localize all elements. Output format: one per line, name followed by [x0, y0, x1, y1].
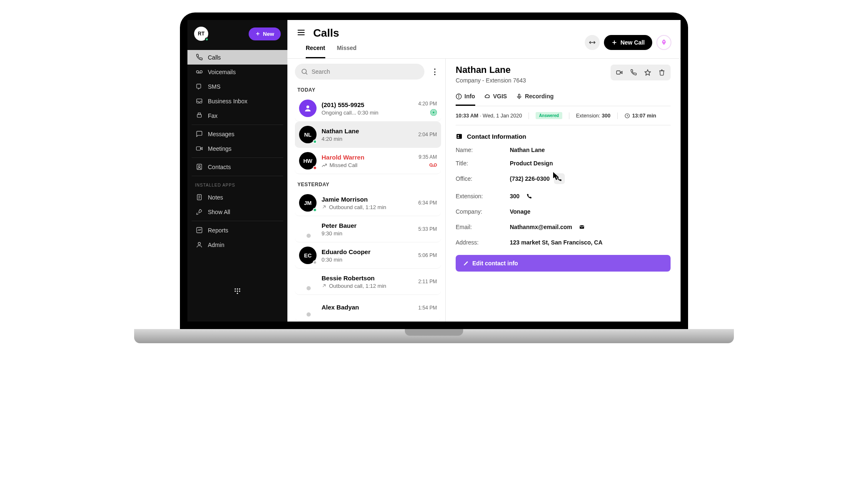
call-name: Alex Badyan: [322, 304, 413, 311]
mail-icon: [579, 224, 585, 230]
detail-tabs: Info VGIS Recording: [456, 89, 611, 106]
call-row[interactable]: ECEduardo Cooper0:30 min5:06 PM: [295, 242, 441, 269]
call-row[interactable]: JMJamie MorrisonOutbound call, 1:12 min6…: [295, 190, 441, 216]
clock-icon: [624, 113, 630, 119]
call-meta: 9:35 AM: [419, 154, 437, 167]
status-badge: Answered: [536, 112, 562, 119]
ci-email: Email: Nathanmx@email.com: [456, 218, 671, 236]
detail-tab-vgis[interactable]: VGIS: [484, 89, 507, 106]
svg-line-39: [323, 206, 325, 208]
call-sub: 0:30 min: [322, 257, 413, 263]
nav-item-fax[interactable]: Fax: [192, 108, 283, 123]
reports-icon: [196, 227, 203, 234]
tab-missed[interactable]: Missed: [337, 40, 357, 58]
nav-item-contacts[interactable]: Contacts: [192, 160, 283, 174]
nav-label: SMS: [208, 83, 220, 90]
nav-label: Fax: [208, 112, 217, 119]
call-row[interactable]: HWHarold WarrenMissed Call9:35 AM: [295, 148, 441, 174]
edit-contact-button[interactable]: Edit contact info: [456, 255, 671, 272]
live-icon: [430, 109, 437, 116]
action-call[interactable]: [626, 66, 641, 79]
action-delete[interactable]: [655, 66, 669, 79]
transfer-button[interactable]: [585, 35, 600, 50]
nav-item-business-inbox[interactable]: Business Inbox: [192, 94, 283, 108]
call-body: Bessie RobertsonOutbound call, 1:12 min: [322, 274, 413, 289]
new-button[interactable]: New: [249, 27, 281, 40]
user-avatar[interactable]: RT: [194, 27, 208, 41]
list-more-button[interactable]: ⋮: [429, 69, 441, 74]
presence-dot-icon: [205, 37, 209, 41]
detail-pane: Nathan Lane Company - Extension 7643 Inf…: [446, 59, 681, 322]
video-icon: [616, 69, 623, 76]
plus-icon: [255, 31, 260, 36]
nav-label: Contacts: [208, 164, 231, 170]
launch-button[interactable]: [656, 35, 671, 50]
svg-line-40: [323, 284, 325, 287]
call-row[interactable]: Peter Bauer9:30 min5:33 PM: [295, 216, 441, 242]
call-time: 4:20 PM: [418, 101, 437, 107]
svg-rect-6: [197, 99, 202, 103]
action-video[interactable]: [612, 66, 626, 79]
svg-rect-9: [196, 147, 200, 150]
page-title: Calls: [313, 27, 339, 40]
main-header: Calls Recent Missed New Call: [287, 20, 681, 59]
nav-item-messages[interactable]: Messages: [192, 127, 283, 141]
new-call-label: New Call: [621, 39, 645, 46]
call-row[interactable]: (201) 555-9925Ongoing call... 0:30 min4:…: [295, 95, 441, 122]
plus-icon: [611, 40, 617, 45]
call-meta: 5:06 PM: [418, 252, 437, 258]
nav-group-contacts: Contacts: [192, 158, 283, 176]
detail-actions: [611, 65, 671, 80]
menu-toggle[interactable]: [297, 28, 306, 39]
nav-item-meetings[interactable]: Meetings: [192, 141, 283, 156]
dialpad-button[interactable]: [234, 287, 241, 297]
detail-tab-info[interactable]: Info: [456, 89, 475, 106]
nav-group-admin: Reports Admin: [192, 221, 283, 254]
call-time: 5:06 PM: [418, 252, 437, 258]
svg-point-24: [237, 293, 238, 294]
new-call-button[interactable]: New Call: [604, 35, 652, 50]
ci-company: Company:Vonage: [456, 205, 671, 218]
nav-label: Reports: [208, 227, 228, 234]
tab-recent[interactable]: Recent: [306, 40, 325, 58]
call-row[interactable]: Bessie RobertsonOutbound call, 1:12 min2…: [295, 269, 441, 295]
nav-label: Voicemails: [208, 69, 236, 75]
call-extension-button[interactable]: [524, 191, 534, 202]
detail-company-ext: Company - Extension 7643: [456, 77, 611, 84]
call-time: 1:54 PM: [418, 305, 437, 311]
svg-point-22: [237, 291, 238, 292]
svg-point-11: [198, 165, 200, 167]
call-row[interactable]: Alex Badyan1:54 PM: [295, 295, 441, 321]
fax-icon: [196, 112, 203, 119]
nav-item-calls[interactable]: Calls: [187, 50, 287, 65]
nav-item-reports[interactable]: Reports: [192, 223, 283, 237]
nav-item-sms[interactable]: SMS: [192, 79, 283, 94]
svg-point-37: [434, 164, 436, 166]
nav-item-notes[interactable]: Notes: [192, 190, 283, 205]
nav-group-comm: Calls Voicemails SMS Business Inbox: [192, 48, 283, 125]
nav-item-show-all[interactable]: Show All: [192, 205, 283, 219]
call-avatar: [299, 273, 317, 290]
nav-item-admin[interactable]: Admin: [192, 237, 283, 252]
nav-label: Calls: [208, 54, 221, 61]
more-icon: ⋮: [431, 67, 439, 76]
search-input[interactable]: [295, 64, 424, 80]
nav-label: Notes: [208, 194, 223, 201]
call-name: Eduardo Cooper: [322, 248, 413, 255]
send-email-button[interactable]: [576, 222, 587, 232]
missed-call-icon: [322, 162, 327, 168]
meta-ext: 300: [602, 113, 611, 119]
laptop-base: [134, 329, 734, 343]
call-row[interactable]: NLNathan Lane4:20 min2:04 PM: [295, 122, 441, 148]
call-avatar: [299, 220, 317, 238]
detail-tab-recording[interactable]: Recording: [516, 89, 554, 106]
phone-icon: [630, 69, 637, 76]
ci-office: Office: (732) 226-0300: [456, 170, 671, 187]
call-office-button[interactable]: [554, 173, 565, 184]
action-star[interactable]: [641, 66, 655, 79]
nav-item-voicemails[interactable]: Voicemails: [192, 65, 283, 79]
contacts-icon: [196, 163, 203, 170]
call-avatar: NL: [299, 126, 317, 143]
call-sub: Outbound call, 1:12 min: [322, 283, 413, 289]
call-body: Harold WarrenMissed Call: [322, 154, 414, 168]
